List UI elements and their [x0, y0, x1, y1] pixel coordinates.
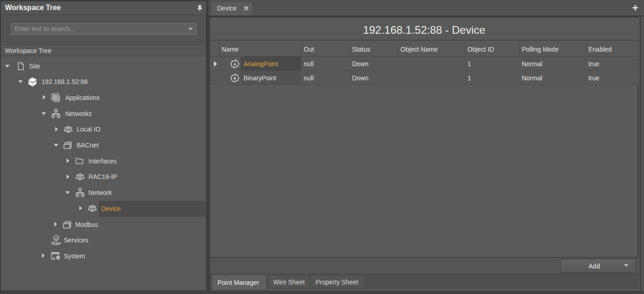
- svg-text:B: B: [234, 76, 236, 80]
- svg-text:A: A: [234, 62, 236, 66]
